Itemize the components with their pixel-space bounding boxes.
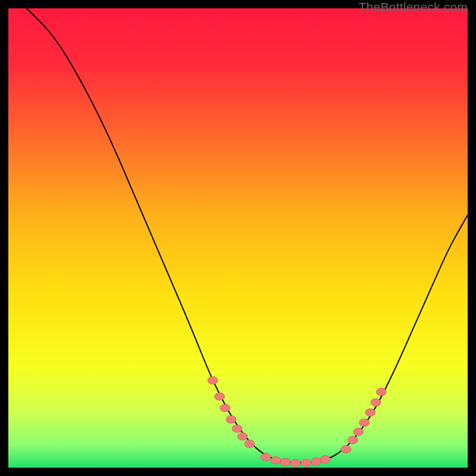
curve-bead (365, 409, 375, 416)
curve-bead (371, 399, 381, 406)
curve-bead (280, 458, 290, 466)
curve-bead (245, 440, 255, 447)
curve-bead (290, 459, 300, 467)
curve-bead (348, 436, 358, 444)
curve-bead (341, 446, 351, 453)
curve-bead (359, 419, 369, 427)
watermark-text: TheBottleneck.com (359, 0, 468, 14)
curve-bead (208, 377, 218, 384)
curve-bead (271, 456, 281, 464)
curve-bead (232, 425, 242, 433)
curve-bead (261, 453, 271, 461)
curve-bead (320, 456, 330, 464)
curve-bead (353, 428, 364, 436)
curve-bead (301, 459, 311, 467)
curve-bead (215, 393, 225, 400)
curve-bead (220, 404, 230, 412)
curve-bead (226, 415, 236, 423)
curve-bead (311, 458, 321, 465)
bottleneck-chart (8, 8, 468, 468)
gradient-background (8, 8, 468, 468)
curve-bead (376, 388, 386, 396)
chart-frame (8, 8, 468, 468)
curve-bead (237, 433, 248, 440)
